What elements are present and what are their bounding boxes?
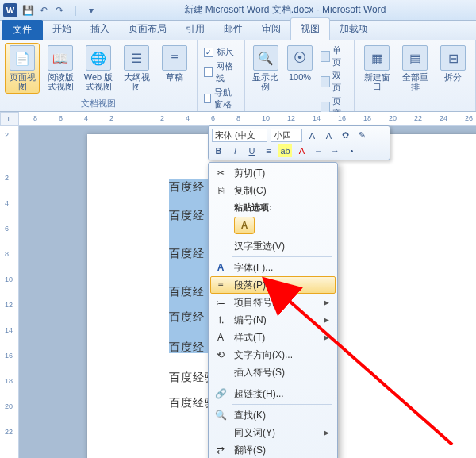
print-layout-button[interactable]: 📄页面视图 <box>5 43 40 94</box>
ctx-text-direction[interactable]: ⟲文字方向(X)... <box>210 346 336 364</box>
indent-decrease-icon[interactable]: ← <box>312 144 325 157</box>
shrink-font-icon[interactable]: A <box>322 129 336 142</box>
doc-line: 百度经 <box>169 180 205 194</box>
zoom-button[interactable]: 🔍显示比例 <box>250 43 281 94</box>
ctx-bullets[interactable]: ≔项目符号(E)▶ <box>210 294 336 311</box>
highlight-icon[interactable]: ab <box>278 144 292 157</box>
underline-icon[interactable]: U <box>245 144 259 157</box>
text-selection <box>169 179 213 353</box>
italic-icon[interactable]: I <box>228 144 242 157</box>
redo-icon[interactable]: ↷ <box>54 5 65 16</box>
cut-icon: ✂ <box>213 166 228 180</box>
font-icon: A <box>213 260 228 275</box>
outline-button[interactable]: ☰大纲视图 <box>119 43 154 94</box>
doc-line: 百度经 <box>169 247 205 261</box>
draft-button[interactable]: ≡草稿 <box>157 43 192 84</box>
format-painter-icon[interactable]: ✎ <box>355 129 369 142</box>
save-icon[interactable]: 💾 <box>22 5 33 16</box>
size-select[interactable]: 小四 <box>271 129 302 142</box>
tab-home[interactable]: 开始 <box>43 18 81 40</box>
ctx-find[interactable]: 🔍查找(K) <box>210 406 336 424</box>
indent-increase-icon[interactable]: → <box>328 144 342 157</box>
onepage-button[interactable]: 单页 <box>321 44 347 68</box>
font-select[interactable]: 宋体 (中文 <box>212 129 267 142</box>
ctx-synonym[interactable]: 同义词(Y)▶ <box>210 424 336 441</box>
ctx-font[interactable]: A字体(F)... <box>210 259 336 276</box>
textdir-icon: ⟲ <box>213 348 228 362</box>
doc-line: 百度经 <box>169 209 205 223</box>
align-center-icon[interactable]: ≡ <box>262 144 275 157</box>
window-title: 新建 Microsoft Word 文档.docx - Microsoft Wo… <box>97 3 473 17</box>
chevron-right-icon: ▶ <box>324 429 329 437</box>
copy-icon: ⎘ <box>213 183 228 198</box>
doc-line: 百度经 <box>169 310 205 325</box>
ctx-hyperlink[interactable]: 🔗超链接(H)... <box>210 385 336 402</box>
grow-font-icon[interactable]: A <box>305 129 319 142</box>
arrangeall-button[interactable]: ▤全部重排 <box>397 43 432 94</box>
tab-pagelayout[interactable]: 页面布局 <box>119 18 176 40</box>
qat-sep: | <box>70 5 81 16</box>
find-icon: 🔍 <box>213 408 228 422</box>
ctx-insert-symbol[interactable]: 插入符号(S) <box>210 364 336 381</box>
word-app-icon: W <box>3 3 17 17</box>
navpane-checkbox[interactable]: 导航窗格 <box>204 87 238 110</box>
chevron-right-icon: ▶ <box>324 316 329 324</box>
ruler-checkbox[interactable]: ✓标尺 <box>204 46 238 58</box>
twopage-button[interactable]: 双页 <box>321 70 347 94</box>
numbering-icon: ⒈ <box>213 313 228 327</box>
mini-toolbar: 宋体 (中文 小四 A A ✿ ✎ B I U ≡ ab A ← → • <box>208 125 390 160</box>
bullets-icon[interactable]: • <box>345 144 359 157</box>
ctx-separator <box>232 383 332 383</box>
context-menu: ✂剪切(T) ⎘复制(C) 粘贴选项: A 汉字重选(V) A字体(F)... … <box>208 162 338 458</box>
reading-layout-button[interactable]: 📖阅读版式视图 <box>43 43 78 94</box>
web-layout-button[interactable]: 🌐Web 版式视图 <box>81 43 116 94</box>
bold-icon[interactable]: B <box>212 144 225 157</box>
tab-insert[interactable]: 插入 <box>81 18 119 40</box>
chevron-right-icon: ▶ <box>324 298 329 306</box>
file-tab[interactable]: 文件 <box>2 20 43 40</box>
doc-line: 百度经 <box>169 341 205 355</box>
ctx-copy[interactable]: ⎘复制(C) <box>210 182 336 199</box>
quick-access-toolbar: 💾 ↶ ↷ | ▾ <box>22 5 97 16</box>
ctx-numbering[interactable]: ⒈编号(N)▶ <box>210 311 336 329</box>
bullets-icon: ≔ <box>213 295 228 310</box>
ctx-separator <box>232 256 332 257</box>
ctx-separator <box>232 404 332 405</box>
newwindow-button[interactable]: ▦新建窗口 <box>359 43 394 94</box>
font-color-icon[interactable]: A <box>295 144 309 157</box>
ctx-paragraph[interactable]: ≡段落(P)... <box>210 276 336 294</box>
tab-review[interactable]: 审阅 <box>252 18 290 40</box>
styles-icon: A <box>213 330 228 344</box>
ctx-hanzi[interactable]: 汉字重选(V) <box>210 237 336 255</box>
zoom100-button[interactable]: ⦿100% <box>284 43 315 84</box>
hyperlink-icon: 🔗 <box>213 387 228 401</box>
tab-addins[interactable]: 加载项 <box>330 18 378 40</box>
gridlines-checkbox[interactable]: 网格线 <box>204 60 238 84</box>
ctx-translate[interactable]: ⇄翻译(S) <box>210 441 336 458</box>
styles-icon[interactable]: ✿ <box>339 129 352 142</box>
split-button[interactable]: ⊟拆分 <box>436 43 470 84</box>
vertical-ruler[interactable]: 2 2 4 6 8 10 12 14 16 18 20 22 <box>0 126 19 458</box>
undo-icon[interactable]: ↶ <box>38 5 49 16</box>
ctx-cut[interactable]: ✂剪切(T) <box>210 164 336 182</box>
group-docviews-label: 文档视图 <box>5 96 192 110</box>
tab-mailings[interactable]: 邮件 <box>214 18 252 40</box>
tab-references[interactable]: 引用 <box>176 18 214 40</box>
doc-line: 百度经 <box>169 285 205 299</box>
qat-more-icon[interactable]: ▾ <box>86 5 97 16</box>
tab-view[interactable]: 视图 <box>290 17 330 40</box>
ruler-corner: L <box>0 112 19 126</box>
ctx-paste-header: 粘贴选项: <box>210 199 336 215</box>
paste-option-keep-formatting[interactable]: A <box>234 217 255 234</box>
translate-icon: ⇄ <box>213 443 228 457</box>
paragraph-icon: ≡ <box>213 278 228 292</box>
ctx-styles[interactable]: A样式(T)▶ <box>210 329 336 346</box>
horizontal-ruler[interactable]: 8 6 4 2 2 4 6 8 10 12 14 16 18 20 22 24 … <box>19 112 476 126</box>
chevron-right-icon: ▶ <box>324 333 329 341</box>
